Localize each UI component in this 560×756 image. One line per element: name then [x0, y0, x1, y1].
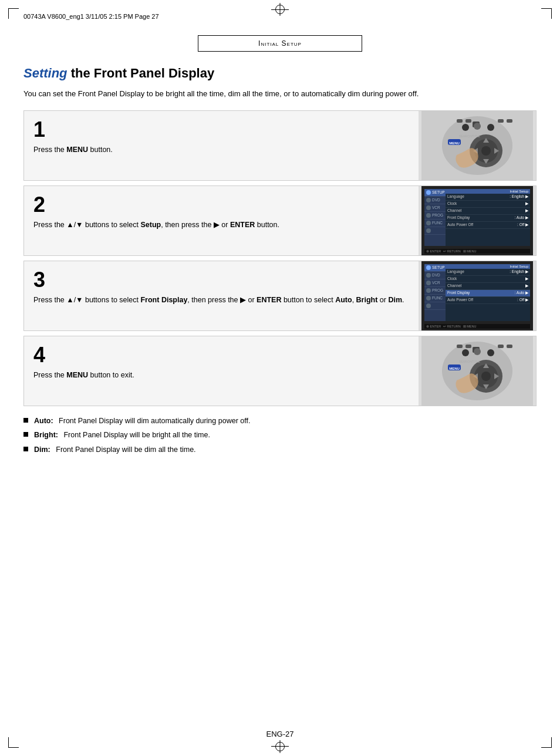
sidebar-setup: SETUP [424, 189, 446, 197]
page-heading: Setting the Front Panel Display [23, 66, 537, 81]
sidebar-dvd-3: DVD [424, 272, 446, 279]
menu-screen-3: SETUP DVD VCR PROG FUNC [421, 261, 533, 330]
menu-footer-2: ⊕ ENTER↩ RETURN⊞ MENU [424, 249, 530, 254]
svg-text:MENU: MENU [449, 141, 460, 145]
intro-text: You can set the Front Panel Display to b… [23, 88, 537, 100]
bullet-auto: Auto: Front Panel Display will dim autom… [23, 416, 537, 427]
row-frontdisplay: Front Display: Auto ▶ [446, 215, 530, 222]
step-3-box: 3 Press the ▲/▼ buttons to select Front … [23, 261, 537, 331]
sidebar-extra-3 [424, 302, 446, 310]
file-info: 00743A V8600_eng1 3/11/05 2:15 PM Page 2… [23, 13, 159, 20]
step-4-image: MENU SEARCH/TITLE [419, 336, 536, 406]
bullet-square-1 [23, 418, 28, 423]
step-2-image: SETUP DVD VCR PROG FUNC [419, 186, 536, 255]
step-4-number: 4 [33, 345, 409, 366]
row-clock: Clock▶ [446, 201, 530, 208]
step-2-left: 2 Press the ▲/▼ buttons to select Setup,… [24, 186, 419, 255]
sidebar-prog: PROG [424, 212, 446, 220]
step-3-text: Press the ▲/▼ buttons to select Front Di… [33, 294, 409, 306]
step-1-box: 1 Press the MENU button. [23, 110, 537, 181]
svg-point-8 [474, 123, 481, 130]
step-2-text: Press the ▲/▼ buttons to select Setup, t… [33, 219, 409, 231]
bullet-dim-label: Dim: [34, 446, 50, 454]
bullet-list: Auto: Front Panel Display will dim autom… [23, 416, 537, 455]
svg-rect-5 [507, 119, 512, 123]
svg-rect-24 [498, 345, 504, 348]
section-banner: Initial Setup [198, 35, 362, 52]
corner-mark-bl [8, 737, 19, 748]
step-4-left: 4 Press the MENU button to exit. [24, 336, 419, 406]
remote-svg-4: MENU SEARCH/TITLE [421, 336, 533, 406]
svg-point-7 [462, 124, 469, 131]
step-3-left: 3 Press the ▲/▼ buttons to select Front … [24, 261, 419, 330]
sidebar-vcr-3: VCR [424, 279, 446, 287]
svg-rect-2 [457, 119, 463, 123]
menu-main-3: Initial Setup Language: English ▶ Clock▶… [446, 264, 530, 321]
svg-point-28 [474, 348, 481, 355]
menu-sidebar-3: SETUP DVD VCR PROG FUNC [424, 264, 446, 321]
row-language-3: Language: English ▶ [446, 269, 530, 276]
menu-sidebar-2: SETUP DVD VCR PROG FUNC [424, 189, 446, 246]
svg-text:MENU: MENU [449, 367, 460, 370]
heading-highlight: Setting [23, 66, 68, 80]
svg-rect-3 [465, 119, 471, 123]
svg-rect-22 [457, 345, 463, 348]
step-1-text: Press the MENU button. [33, 144, 409, 156]
row-autopoweroff-3: Auto Power Off: Off ▶ [446, 297, 530, 304]
menu-title-3: Initial Setup [446, 264, 530, 269]
step-2-number: 2 [33, 194, 409, 215]
corner-mark-tr [541, 8, 552, 19]
heading-rest: the Front Panel Display [68, 66, 215, 80]
menu-main-2: Initial Setup Language: English ▶ Clock▶… [446, 189, 530, 246]
bullet-square-3 [23, 447, 28, 451]
svg-point-29 [487, 349, 494, 356]
sidebar-vcr: VCR [424, 204, 446, 212]
bullet-auto-text: Front Panel Display will dim automatical… [59, 417, 250, 425]
svg-text:SEARCH/TITLE: SEARCH/TITLE [459, 360, 481, 363]
row-language: Language: English ▶ [446, 194, 530, 201]
remote-svg-1: MENU SEARCH/TITLE [421, 111, 533, 180]
svg-rect-25 [507, 345, 512, 348]
svg-point-9 [487, 124, 494, 131]
svg-rect-4 [498, 119, 504, 123]
page-number: ENG-27 [266, 730, 294, 738]
sidebar-dvd: DVD [424, 197, 446, 204]
bullet-square-2 [23, 432, 28, 437]
corner-mark-tl [8, 8, 19, 19]
bullet-dim-text: Front Panel Display will be dim all the … [56, 446, 195, 454]
row-channel: Channel▶ [446, 208, 530, 215]
menu-screen-2: SETUP DVD VCR PROG FUNC [421, 186, 533, 255]
bullet-bright: Bright: Front Panel Display will be brig… [23, 430, 537, 441]
row-frontdisplay-3: Front Display: Auto ▶ [446, 290, 530, 297]
sidebar-func: FUNC [424, 220, 446, 227]
bullet-dim: Dim: Front Panel Display will be dim all… [23, 444, 537, 455]
bullet-dim-content: Dim: Front Panel Display will be dim all… [34, 444, 196, 455]
bullet-bright-text: Front Panel Display will be bright all t… [63, 431, 210, 439]
step-4-box: 4 Press the MENU button to exit. MENU [23, 336, 537, 406]
step-3-number: 3 [33, 269, 409, 291]
corner-mark-br [541, 737, 552, 748]
step-1-image: MENU SEARCH/TITLE [419, 111, 536, 180]
menu-footer-3: ⊕ ENTER↩ RETURN⊞ MENU [424, 324, 530, 329]
menu-title-2: Initial Setup [446, 189, 530, 194]
row-autopoweroff: Auto Power Off: Off ▶ [446, 222, 530, 229]
sidebar-extra [424, 227, 446, 235]
step-1-left: 1 Press the MENU button. [24, 111, 419, 180]
bullet-bright-label: Bright: [34, 431, 58, 439]
svg-text:SEARCH/TITLE: SEARCH/TITLE [459, 134, 481, 138]
bullet-bright-content: Bright: Front Panel Display will be brig… [34, 430, 210, 441]
step-3-image: SETUP DVD VCR PROG FUNC [419, 261, 536, 330]
step-1-number: 1 [33, 119, 409, 140]
svg-point-27 [462, 349, 469, 356]
row-channel-3: Channel▶ [446, 283, 530, 290]
svg-point-18 [481, 146, 491, 156]
page-content: Initial Setup Setting the Front Panel Di… [23, 35, 537, 459]
bullet-auto-content: Auto: Front Panel Display will dim autom… [34, 416, 250, 427]
row-clock-3: Clock▶ [446, 276, 530, 283]
sidebar-setup-3: SETUP [424, 264, 446, 272]
bullet-auto-label: Auto: [34, 417, 53, 425]
step-4-text: Press the MENU button to exit. [33, 369, 409, 381]
step-2-box: 2 Press the ▲/▼ buttons to select Setup,… [23, 185, 537, 256]
sidebar-prog-3: PROG [424, 287, 446, 295]
sidebar-func-3: FUNC [424, 295, 446, 302]
